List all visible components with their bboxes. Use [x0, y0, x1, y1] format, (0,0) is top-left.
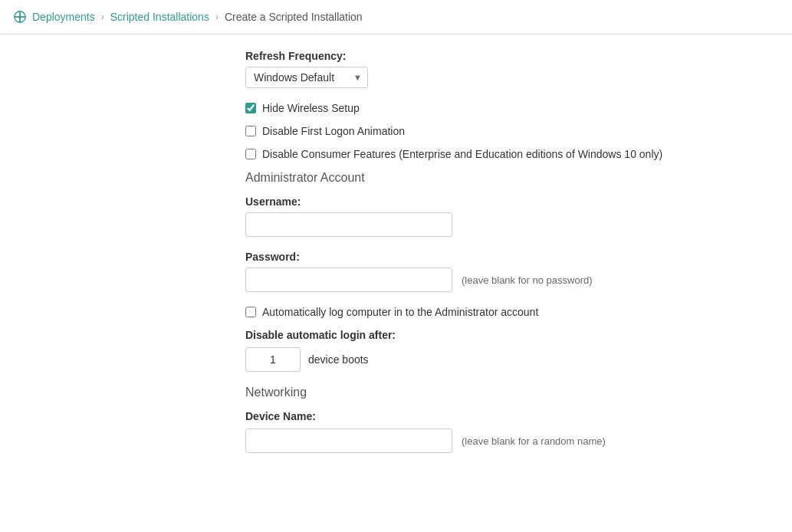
password-input[interactable] [245, 268, 452, 292]
hide-wireless-checkbox[interactable] [245, 103, 256, 113]
disable-first-logon-row: Disable First Logon Animation [245, 125, 767, 137]
disable-consumer-features-checkbox[interactable] [245, 149, 256, 159]
breadcrumb-current-page: Create a Scripted Installation [225, 11, 363, 23]
auto-login-label[interactable]: Automatically log computer in to the Adm… [262, 306, 538, 318]
device-boots-text: device boots [308, 353, 369, 366]
breadcrumb-scripted-link[interactable]: Scripted Installations [110, 11, 209, 23]
refresh-frequency-label: Refresh Frequency: [245, 50, 767, 62]
username-input[interactable] [245, 212, 452, 237]
device-name-label: Device Name: [245, 410, 767, 422]
auto-login-checkbox[interactable] [245, 307, 256, 317]
administrator-account-heading: Administrator Account [245, 171, 767, 185]
disable-login-after-input[interactable] [245, 347, 301, 372]
deployments-icon [12, 9, 28, 25]
password-row: (leave blank for no password) [245, 268, 767, 292]
disable-consumer-features-label[interactable]: Disable Consumer Features (Enterprise an… [262, 148, 662, 160]
disable-consumer-features-row: Disable Consumer Features (Enterprise an… [245, 148, 767, 160]
device-name-group: Device Name: (leave blank for a random n… [245, 410, 767, 453]
device-name-input[interactable] [245, 429, 452, 453]
username-group: Username: [245, 195, 767, 237]
main-content: Refresh Frequency: Windows Default Daily… [0, 34, 792, 532]
refresh-frequency-group: Refresh Frequency: Windows Default Daily… [245, 50, 767, 88]
disable-first-logon-label[interactable]: Disable First Logon Animation [262, 125, 405, 137]
disable-login-after-row: device boots [245, 347, 767, 372]
breadcrumb-deployments-link[interactable]: Deployments [32, 11, 95, 23]
password-hint: (leave blank for no password) [462, 274, 593, 286]
networking-heading: Networking [245, 386, 767, 399]
form-section: Refresh Frequency: Windows Default Daily… [245, 50, 767, 453]
auto-login-row: Automatically log computer in to the Adm… [245, 306, 767, 318]
breadcrumb-separator-1: › [101, 11, 104, 22]
administrator-account-section: Administrator Account Username: Password… [245, 171, 767, 372]
device-name-row: (leave blank for a random name) [245, 429, 767, 453]
hide-wireless-row: Hide Wireless Setup [245, 102, 767, 114]
disable-login-after-group: Disable automatic login after: device bo… [245, 329, 767, 372]
disable-first-logon-checkbox[interactable] [245, 126, 256, 136]
breadcrumb-separator-2: › [215, 11, 219, 22]
password-label: Password: [245, 251, 767, 263]
password-group: Password: (leave blank for no password) [245, 251, 767, 292]
refresh-frequency-select[interactable]: Windows Default Daily Weekly Monthly [245, 67, 368, 88]
refresh-frequency-select-wrapper: Windows Default Daily Weekly Monthly ▼ [245, 67, 368, 88]
networking-section: Networking Device Name: (leave blank for… [245, 386, 767, 453]
breadcrumb: Deployments › Scripted Installations › C… [0, 0, 792, 34]
hide-wireless-label[interactable]: Hide Wireless Setup [262, 102, 360, 114]
disable-login-after-label: Disable automatic login after: [245, 329, 767, 341]
device-name-hint: (leave blank for a random name) [462, 435, 606, 447]
username-label: Username: [245, 195, 767, 208]
